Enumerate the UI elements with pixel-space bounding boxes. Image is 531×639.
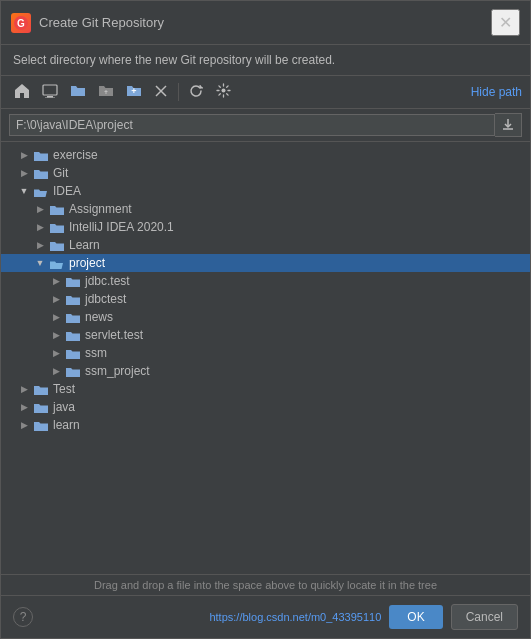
tree-label-jdbctest: jdbctest	[85, 292, 126, 306]
folder-icon-intellij	[49, 221, 65, 234]
tree-arrow-jdbctest: ▶	[49, 292, 63, 306]
tree-arrow-ssm: ▶	[49, 346, 63, 360]
tree-label-servlet_test: servlet.test	[85, 328, 143, 342]
help-button[interactable]: ?	[13, 607, 33, 627]
svg-text:+: +	[131, 86, 136, 96]
toolbar-separator	[178, 83, 179, 101]
tree-arrow-intellij: ▶	[33, 220, 47, 234]
new-folder-button[interactable]: +	[121, 81, 147, 103]
tree-label-learn2: learn	[53, 418, 80, 432]
create-git-repo-dialog: G Create Git Repository ✕ Select directo…	[0, 0, 531, 639]
folder-icon-exercise	[33, 149, 49, 162]
folder-icon-learn	[49, 239, 65, 252]
tree-item-ssm_project[interactable]: ▶ssm_project	[1, 362, 530, 380]
folder-icon-test	[33, 383, 49, 396]
tree-item-git[interactable]: ▶Git	[1, 164, 530, 182]
tree-arrow-test: ▶	[17, 382, 31, 396]
tree-item-learn2[interactable]: ▶learn	[1, 416, 530, 434]
tree-label-learn: Learn	[69, 238, 100, 252]
dialog-subtitle: Select directory where the new Git repos…	[1, 45, 530, 76]
tree-item-java[interactable]: ▶java	[1, 398, 530, 416]
tree-label-assignment: Assignment	[69, 202, 132, 216]
svg-rect-4	[45, 97, 55, 98]
folder-icon-git	[33, 167, 49, 180]
folder-icon-idea	[33, 185, 49, 198]
tree-label-java: java	[53, 400, 75, 414]
folder-icon-assignment	[49, 203, 65, 216]
tree-item-exercise[interactable]: ▶exercise	[1, 146, 530, 164]
hide-path-button[interactable]: Hide path	[471, 85, 522, 99]
tree-label-test: Test	[53, 382, 75, 396]
path-row	[1, 109, 530, 142]
folder-icon-java	[33, 401, 49, 414]
tree-arrow-git: ▶	[17, 166, 31, 180]
tree-item-test[interactable]: ▶Test	[1, 380, 530, 398]
cancel-button[interactable]: Cancel	[451, 604, 518, 630]
dialog-title: Create Git Repository	[39, 15, 491, 30]
tree-item-ssm[interactable]: ▶ssm	[1, 344, 530, 362]
tree-arrow-ssm_project: ▶	[49, 364, 63, 378]
tree-label-project: project	[69, 256, 105, 270]
desktop-button[interactable]	[37, 81, 63, 104]
tree-arrow-assignment: ▶	[33, 202, 47, 216]
tree-item-servlet_test[interactable]: ▶servlet.test	[1, 326, 530, 344]
tree-item-intellij[interactable]: ▶IntelliJ IDEA 2020.1	[1, 218, 530, 236]
tree-item-jdbctest[interactable]: ▶jdbctest	[1, 290, 530, 308]
tree-arrow-learn2: ▶	[17, 418, 31, 432]
tree-arrow-exercise: ▶	[17, 148, 31, 162]
svg-rect-3	[47, 96, 53, 98]
ok-button[interactable]: OK	[389, 605, 442, 629]
path-download-button[interactable]	[495, 113, 522, 137]
tree-label-intellij: IntelliJ IDEA 2020.1	[69, 220, 174, 234]
folder-icon-jdbc_test	[65, 275, 81, 288]
tree-item-news[interactable]: ▶news	[1, 308, 530, 326]
refresh-button[interactable]	[184, 81, 209, 104]
home-button[interactable]	[9, 81, 35, 104]
title-bar: G Create Git Repository ✕	[1, 1, 530, 45]
tree-item-project[interactable]: ▼project	[1, 254, 530, 272]
up-folder-button[interactable]	[93, 81, 119, 103]
tree-label-ssm: ssm	[85, 346, 107, 360]
footer: ? https://blog.csdn.net/m0_43395110 OK C…	[1, 595, 530, 638]
folder-button[interactable]	[65, 81, 91, 103]
tree-arrow-learn: ▶	[33, 238, 47, 252]
folder-icon-ssm_project	[65, 365, 81, 378]
app-icon: G	[11, 13, 31, 33]
footer-right: https://blog.csdn.net/m0_43395110 OK Can…	[209, 604, 518, 630]
folder-icon-project	[49, 257, 65, 270]
tree-item-assignment[interactable]: ▶Assignment	[1, 200, 530, 218]
tree-label-idea: IDEA	[53, 184, 81, 198]
folder-icon-news	[65, 311, 81, 324]
drag-hint: Drag and drop a file into the space abov…	[1, 574, 530, 595]
svg-point-8	[222, 89, 226, 93]
tree-arrow-jdbc_test: ▶	[49, 274, 63, 288]
folder-icon-learn2	[33, 419, 49, 432]
path-input[interactable]	[9, 114, 495, 136]
tree-label-exercise: exercise	[53, 148, 98, 162]
folder-icon-ssm	[65, 347, 81, 360]
tree-arrow-news: ▶	[49, 310, 63, 324]
tree-item-learn[interactable]: ▶Learn	[1, 236, 530, 254]
tree-item-jdbc_test[interactable]: ▶jdbc.test	[1, 272, 530, 290]
toolbar: + Hide path	[1, 76, 530, 109]
tree-label-ssm_project: ssm_project	[85, 364, 150, 378]
delete-button[interactable]	[149, 81, 173, 104]
close-button[interactable]: ✕	[491, 9, 520, 36]
settings-button[interactable]	[211, 80, 236, 104]
svg-rect-2	[43, 85, 57, 95]
tree-arrow-idea: ▼	[17, 184, 31, 198]
tree-item-idea[interactable]: ▼IDEA	[1, 182, 530, 200]
tree-arrow-project: ▼	[33, 256, 47, 270]
tree-arrow-servlet_test: ▶	[49, 328, 63, 342]
file-tree[interactable]: ▶exercise▶Git▼IDEA▶Assignment▶IntelliJ I…	[1, 142, 530, 574]
folder-icon-jdbctest	[65, 293, 81, 306]
folder-icon-servlet_test	[65, 329, 81, 342]
tree-label-news: news	[85, 310, 113, 324]
tree-label-git: Git	[53, 166, 68, 180]
tree-label-jdbc_test: jdbc.test	[85, 274, 130, 288]
svg-text:G: G	[17, 18, 25, 29]
tree-arrow-java: ▶	[17, 400, 31, 414]
footer-url: https://blog.csdn.net/m0_43395110	[209, 611, 381, 623]
